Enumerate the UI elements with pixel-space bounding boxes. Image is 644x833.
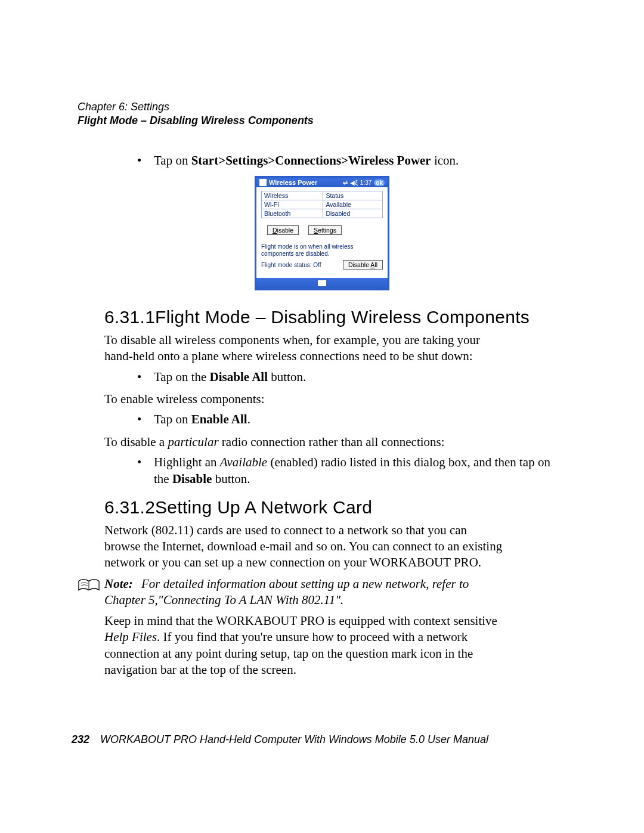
- s1-p3: To disable a particular radio connection…: [104, 434, 504, 450]
- keyboard-icon[interactable]: [318, 280, 326, 286]
- wifi-status: Available: [323, 200, 383, 209]
- note-text: Note:For detailed information about sett…: [104, 576, 504, 609]
- section-6-31-2-heading: 6.31.2Setting Up A Network Card: [104, 497, 566, 518]
- section-title: Flight Mode – Disabling Wireless Compone…: [155, 307, 530, 327]
- s1-p1: To disable all wireless components when,…: [104, 332, 504, 365]
- s2-p2: Keep in mind that the WORKABOUT PRO is e…: [104, 613, 504, 678]
- disable-all-button[interactable]: Disable All: [343, 260, 383, 270]
- table-row[interactable]: Bluetooth Disabled: [262, 209, 383, 218]
- section-title: Setting Up A Network Card: [155, 497, 372, 517]
- ok-button[interactable]: ok: [374, 179, 385, 186]
- footer-text: WORKABOUT PRO Hand-Held Computer With Wi…: [100, 733, 488, 745]
- book-icon: [78, 576, 104, 596]
- s1-bullet-3: Highlight an Available (enabled) radio l…: [137, 454, 566, 488]
- settings-button[interactable]: Settings: [308, 225, 342, 235]
- start-icon: [259, 179, 267, 186]
- clock-text: 1:37: [360, 179, 371, 186]
- bluetooth-cell: Bluetooth: [262, 209, 323, 218]
- signal-icon: ⇄: [343, 179, 348, 186]
- intro-bullet: Tap on Start>Settings>Connections>Wirele…: [137, 152, 566, 169]
- note-label: Note:: [104, 576, 141, 592]
- note-block: Note:For detailed information about sett…: [78, 576, 566, 609]
- section-6-31-1-heading: 6.31.1Flight Mode – Disabling Wireless C…: [104, 307, 566, 327]
- chapter-subtitle: Flight Mode – Disabling Wireless Compone…: [78, 114, 566, 128]
- intro-bullet-post: icon.: [431, 153, 459, 168]
- wireless-table: Wireless Status Wi-Fi Available Bluetoot…: [261, 191, 383, 218]
- col-wireless: Wireless: [262, 191, 323, 200]
- window-titlebar: Wireless Power ⇄ ◀ξ 1:37 ok: [256, 178, 388, 187]
- intro-bullet-pre: Tap on: [154, 153, 191, 168]
- window-title: Wireless Power: [269, 179, 317, 186]
- volume-icon: ◀ξ: [350, 179, 357, 186]
- col-status: Status: [323, 191, 383, 200]
- intro-bullet-bold: Start>Settings>Connections>Wireless Powe…: [191, 153, 431, 168]
- page-number: 232: [72, 733, 89, 745]
- bluetooth-status: Disabled: [323, 209, 383, 218]
- s1-bullet-2: Tap on Enable All.: [137, 411, 566, 428]
- chapter-line: Chapter 6: Settings: [78, 100, 566, 114]
- page-footer: 232WORKABOUT PRO Hand-Held Computer With…: [72, 733, 488, 746]
- s2-p1: Network (802.11) cards are used to conne…: [104, 522, 504, 571]
- chapter-header: Chapter 6: Settings Flight Mode – Disabl…: [78, 100, 566, 128]
- disable-button[interactable]: Disable: [267, 225, 299, 235]
- embedded-screenshot: Wireless Power ⇄ ◀ξ 1:37 ok Wireless Sta…: [255, 176, 389, 290]
- wifi-cell: Wi-Fi: [262, 200, 323, 209]
- section-num: 6.31.2: [104, 497, 155, 518]
- flight-mode-note: Flight mode is on when all wireless comp…: [256, 243, 388, 258]
- s1-bullet-1: Tap on the Disable All button.: [137, 368, 566, 385]
- window-bottom-bar: [256, 278, 388, 289]
- note-body: For detailed information about setting u…: [104, 577, 469, 607]
- section-num: 6.31.1: [104, 307, 155, 327]
- table-row[interactable]: Wi-Fi Available: [262, 200, 383, 209]
- flight-mode-status: Flight mode status: Off: [261, 262, 321, 268]
- s1-p2: To enable wireless components:: [104, 391, 504, 407]
